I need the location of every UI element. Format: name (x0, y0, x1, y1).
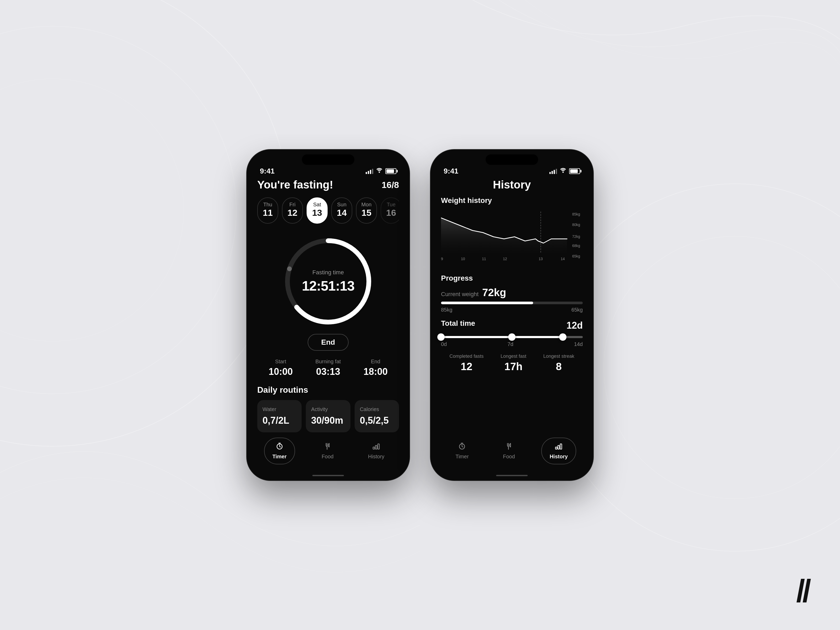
fasting-time-value: 12:51:13 (302, 278, 354, 294)
status-time-1: 9:41 (260, 167, 275, 175)
nav-timer[interactable]: Timer (264, 437, 295, 464)
signal-bars-2 (549, 168, 557, 174)
day-thu-name: Thu (263, 202, 272, 208)
nav-history-timer[interactable]: Timer (448, 438, 477, 464)
day-fri-number: 12 (287, 208, 297, 218)
stat-longest-fast-label: Longest fast (501, 354, 526, 359)
day-sat-name: Sat (313, 202, 321, 208)
svg-text:10: 10 (461, 257, 465, 261)
nav-history-timer-label: Timer (455, 453, 469, 459)
slash-decoration: // (796, 573, 808, 609)
fasting-time-label: Fasting time (302, 269, 354, 276)
signal-bar-1 (366, 172, 367, 174)
slider-track (441, 336, 583, 338)
day-sun-name: Sun (337, 202, 346, 208)
total-time-header: Total time 12d (441, 319, 583, 332)
dynamic-island-1 (302, 154, 354, 165)
day-tue[interactable]: Tue 16 (381, 197, 399, 224)
svg-point-2 (0, 79, 184, 341)
timer-header-badge: 16/8 (382, 180, 399, 190)
svg-point-5 (379, 172, 380, 173)
total-time-section: Total time 12d (441, 319, 583, 347)
stat-completed-fasts-value: 12 (449, 361, 483, 373)
nav-history-food-label: Food (503, 453, 515, 459)
svg-text:80kg: 80kg (572, 223, 580, 227)
wifi-icon-1 (376, 168, 383, 175)
svg-text:72kg: 72kg (572, 234, 580, 238)
day-selector[interactable]: Thu 11 Fri 12 Sat 13 Su (257, 197, 399, 224)
slider-container[interactable] (441, 336, 583, 338)
nav-food[interactable]: Food (314, 438, 341, 464)
day-thu-number: 11 (263, 208, 273, 218)
current-weight-value: 72kg (482, 287, 506, 298)
svg-point-13 (562, 172, 564, 173)
history-bottom-nav: Timer Food (431, 432, 593, 475)
phones-container: 9:41 (247, 150, 593, 480)
svg-text:13: 13 (538, 257, 543, 261)
day-sat[interactable]: Sat 13 (306, 197, 328, 224)
nav-history-history-label: History (549, 453, 568, 459)
routine-calories: Calories 0,5/2,5 (355, 400, 399, 432)
routine-activity: Activity 30/90m (306, 400, 350, 432)
nav-history-food[interactable]: Food (495, 438, 523, 464)
svg-text:68kg: 68kg (572, 243, 580, 248)
signal-bars-1 (366, 168, 373, 174)
current-weight-label: Current weight (441, 291, 478, 298)
stat-burning: Burning fat 03:13 (316, 358, 341, 377)
stat-burning-value: 03:13 (316, 366, 341, 377)
slider-thumb-3[interactable] (559, 333, 567, 341)
day-tue-number: 16 (386, 208, 396, 218)
status-icons-2 (549, 168, 580, 175)
stat-start-value: 10:00 (268, 366, 293, 377)
slider-label-0d: 0d (441, 341, 447, 347)
progress-section: Progress Current weight 72kg 85kg 65kg (441, 274, 583, 313)
svg-point-0 (0, 0, 289, 446)
stat-completed-fasts-label: Completed fasts (449, 354, 483, 359)
svg-rect-28 (558, 445, 559, 449)
routine-water-value: 0,7/2L (262, 415, 296, 426)
nav-history-history[interactable]: History (541, 437, 576, 464)
weight-history-section: Weight history 85kg 80kg 72kg 68kg 65kg (441, 196, 583, 268)
slider-thumb-2[interactable] (508, 333, 516, 341)
routine-calories-label: Calories (360, 406, 394, 412)
slider-fill (441, 336, 563, 338)
nav-history[interactable]: History (360, 438, 392, 464)
timer-circle-container: Fasting time 12:51:13 (281, 234, 375, 328)
day-mon[interactable]: Mon 15 (356, 197, 377, 224)
timer-header: You're fasting! 16/8 (257, 177, 399, 191)
signal-bar-2 (368, 171, 369, 174)
history-screen-content: History Weight history 85kg 80kg 72kg 68… (431, 177, 593, 432)
svg-rect-10 (373, 447, 374, 449)
progress-title: Progress (441, 274, 583, 283)
battery-icon-1 (385, 168, 396, 174)
routine-calories-value: 0,5/2,5 (360, 415, 394, 426)
stats-footer: Completed fasts 12 Longest fast 17h Long… (441, 354, 583, 373)
wifi-icon-2 (560, 168, 567, 175)
routine-activity-label: Activity (311, 406, 345, 412)
dynamic-island-2 (486, 154, 538, 165)
stat-start: Start 10:00 (268, 358, 293, 377)
stat-longest-streak-value: 8 (543, 361, 574, 373)
slider-thumb-1[interactable] (437, 333, 445, 341)
signal-bar-4 (372, 169, 373, 174)
stat-completed-fasts: Completed fasts 12 (449, 354, 483, 373)
timer-screen-content: You're fasting! 16/8 Thu 11 Fri 12 (247, 177, 409, 432)
home-indicator-1 (313, 475, 344, 476)
status-time-2: 9:41 (444, 167, 458, 175)
day-sun[interactable]: Sun 14 (331, 197, 352, 224)
svg-point-4 (604, 236, 840, 499)
svg-text:85kg: 85kg (572, 212, 580, 216)
total-time-value: 12d (567, 320, 583, 331)
end-button[interactable]: End (308, 334, 349, 351)
progress-start-label: 85kg (441, 307, 452, 313)
progress-labels: 85kg 65kg (441, 307, 583, 313)
svg-rect-29 (560, 444, 562, 449)
day-fri[interactable]: Fri 12 (282, 197, 303, 224)
weight-history-title: Weight history (441, 196, 583, 205)
stat-burning-label: Burning fat (316, 358, 341, 365)
day-mon-number: 15 (362, 208, 371, 218)
day-sun-number: 14 (337, 208, 347, 218)
stat-longest-fast-value: 17h (501, 361, 526, 373)
day-thu[interactable]: Thu 11 (257, 197, 278, 224)
progress-row: Current weight 72kg (441, 287, 583, 298)
